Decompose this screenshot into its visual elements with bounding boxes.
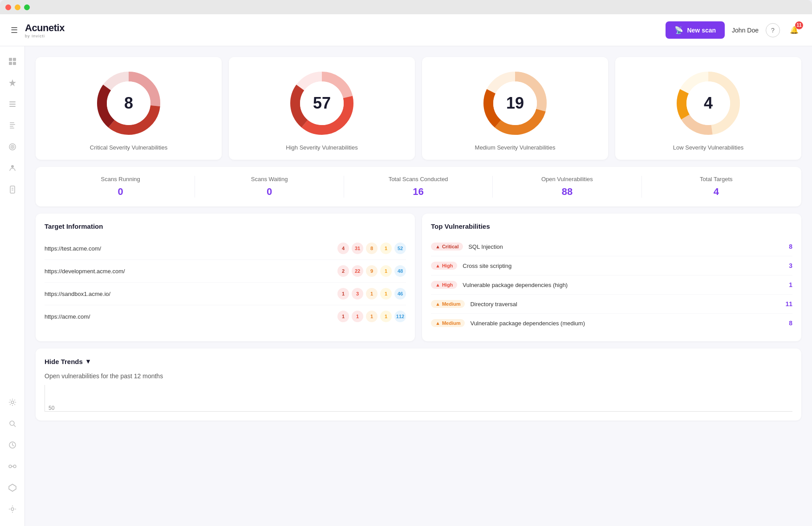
- severity-badge-medium: ▲ Medium: [431, 300, 465, 308]
- vuln-name-4: Vulnerable package dependencies (medium): [470, 320, 784, 327]
- vuln-count-1: 3: [789, 262, 792, 269]
- svg-rect-6: [9, 106, 16, 107]
- sidebar-item-targets[interactable]: [4, 96, 21, 114]
- scans-icon: [8, 78, 17, 89]
- integrations-icon: [8, 462, 17, 473]
- stat-scans-running-value: 0: [118, 186, 123, 198]
- new-scan-button[interactable]: 📡 New scan: [666, 21, 725, 39]
- svg-point-18: [11, 401, 14, 404]
- low-card: 4 Low Severity Vulnerabilities: [615, 57, 801, 160]
- medium-donut: 19: [479, 68, 551, 139]
- severity-badge-high: ▲ High: [431, 262, 457, 270]
- table-row[interactable]: https://acme.com/ 1 1 1 1 112: [45, 305, 406, 328]
- stats-overview: Scans Running 0 Scans Waiting 0 Total Sc…: [36, 167, 801, 206]
- low-label: Low Severity Vulnerabilities: [673, 144, 743, 151]
- svg-rect-2: [9, 62, 12, 65]
- trends-card: Hide Trends ▾ Open vulnerabilities for t…: [36, 348, 801, 421]
- settings2-icon: [8, 505, 17, 516]
- sidebar-item-users[interactable]: [4, 160, 21, 178]
- high-card: 57 High Severity Vulnerabilities: [229, 57, 415, 160]
- svg-rect-10: [10, 128, 14, 129]
- target-url-1: https://development.acme.com/: [45, 268, 332, 275]
- notifications-button[interactable]: 🔔 11: [787, 23, 801, 37]
- trends-toggle[interactable]: Hide Trends ▾: [45, 357, 792, 365]
- medium-label: Medium Severity Vulnerabilities: [475, 144, 556, 151]
- badge-low: 1: [380, 288, 392, 299]
- vuln-name-2: Vulnerable package dependencies (high): [463, 282, 784, 288]
- chart-y-label: 50: [49, 405, 54, 411]
- list-item[interactable]: ▲ High Cross site scripting 3: [431, 256, 792, 275]
- badge-high: 1: [352, 311, 363, 322]
- close-button[interactable]: [5, 4, 11, 10]
- logo: Acunetix by Invicti: [25, 22, 65, 38]
- plugins-icon: [8, 483, 17, 494]
- svg-rect-9: [10, 126, 13, 127]
- sidebar-item-dashboard[interactable]: [4, 53, 21, 71]
- sidebar-item-scans[interactable]: [4, 75, 21, 93]
- badge-critical: 1: [337, 288, 349, 299]
- reports-icon: [8, 121, 17, 132]
- critical-value: 8: [124, 94, 133, 113]
- badge-info: 48: [394, 265, 406, 277]
- low-donut: 4: [673, 68, 744, 139]
- main-content: 8 Critical Severity Vulnerabilities: [25, 46, 812, 526]
- table-row[interactable]: https://development.acme.com/ 2 22 9 1 4…: [45, 260, 406, 283]
- sidebar-item-settings2[interactable]: [4, 501, 21, 519]
- high-label: High Severity Vulnerabilities: [286, 144, 357, 151]
- severity-badge-medium-2: ▲ Medium: [431, 319, 465, 327]
- help-button[interactable]: ?: [766, 23, 780, 37]
- svg-rect-0: [9, 58, 12, 61]
- svg-rect-1: [13, 58, 16, 61]
- vuln-name-0: SQL Injection: [468, 243, 784, 250]
- dashboard-icon: [8, 57, 17, 68]
- history-icon: [8, 441, 17, 452]
- stat-total-scans-label: Total Scans Conducted: [389, 176, 448, 182]
- list-item[interactable]: ▲ Medium Directory traversal 11: [431, 295, 792, 314]
- vuln-name-3: Directory traversal: [470, 301, 780, 308]
- sidebar-item-reports[interactable]: [4, 117, 21, 135]
- sidebar-item-documents[interactable]: [4, 182, 21, 199]
- sidebar-item-plugins[interactable]: [4, 480, 21, 498]
- stat-open-vulns: Open Vulnerabilities 88: [493, 176, 641, 198]
- stat-scans-waiting-value: 0: [267, 186, 272, 198]
- sidebar-item-network[interactable]: [4, 139, 21, 157]
- warning-icon: ▲: [435, 320, 440, 326]
- svg-point-13: [12, 146, 13, 147]
- severity-badge-critical: ▲ Critical: [431, 243, 463, 251]
- badge-medium: 1: [366, 288, 378, 299]
- stat-total-scans: Total Scans Conducted 16: [344, 176, 493, 198]
- target-info-card: Target Information https://test.acme.com…: [36, 214, 415, 341]
- stat-scans-waiting: Scans Waiting 0: [195, 176, 344, 198]
- network-icon: [8, 142, 17, 154]
- svg-point-22: [9, 465, 12, 468]
- sidebar-item-settings1[interactable]: [4, 394, 21, 412]
- sidebar-item-integrations[interactable]: [4, 458, 21, 476]
- warning-icon: ▲: [435, 244, 440, 249]
- table-row[interactable]: https://sandbox1.acme.io/ 1 3 1 1 46: [45, 283, 406, 305]
- severity-overview: 8 Critical Severity Vulnerabilities: [36, 57, 801, 160]
- svg-point-19: [10, 421, 14, 425]
- target-url-0: https://test.acme.com/: [45, 245, 332, 252]
- table-row[interactable]: https://test.acme.com/ 4 31 8 1 52: [45, 237, 406, 260]
- logo-subtext: by Invicti: [25, 34, 65, 38]
- minimize-button[interactable]: [15, 4, 20, 10]
- settings1-icon: [8, 398, 17, 409]
- badge-critical: 2: [337, 265, 349, 277]
- maximize-button[interactable]: [24, 4, 30, 10]
- sidebar-item-search[interactable]: [4, 416, 21, 433]
- sidebar-item-history[interactable]: [4, 437, 21, 455]
- list-item[interactable]: ▲ Medium Vulnerable package dependencies…: [431, 314, 792, 332]
- severity-badge-high-2: ▲ High: [431, 281, 457, 289]
- stat-open-vulns-value: 88: [562, 186, 572, 198]
- badge-high: 22: [352, 265, 363, 277]
- header-actions: 📡 New scan John Doe ? 🔔 11: [666, 21, 801, 39]
- warning-icon: ▲: [435, 282, 440, 287]
- list-item[interactable]: ▲ Critical SQL Injection 8: [431, 237, 792, 256]
- list-item[interactable]: ▲ High Vulnerable package dependencies (…: [431, 275, 792, 295]
- svg-rect-8: [10, 124, 15, 125]
- logo-text: Acunetix: [25, 22, 65, 34]
- svg-rect-15: [10, 186, 15, 193]
- menu-toggle[interactable]: ☰: [11, 25, 18, 35]
- critical-card: 8 Critical Severity Vulnerabilities: [36, 57, 222, 160]
- top-vulns-card: Top Vulnerabilities ▲ Critical SQL Injec…: [422, 214, 801, 341]
